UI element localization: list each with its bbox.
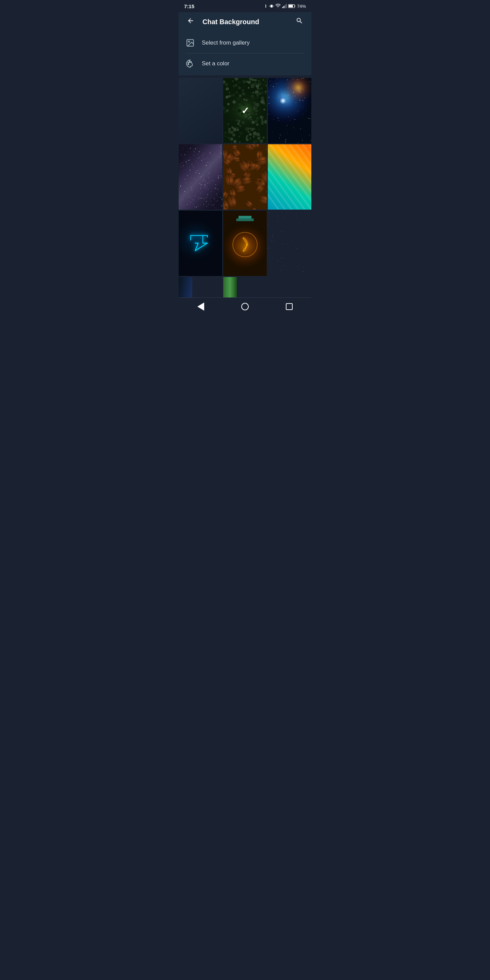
bluetooth-icon [263, 4, 268, 8]
svg-point-12 [191, 62, 192, 63]
gallery-section: ✓ [179, 75, 311, 298]
back-button[interactable] [184, 14, 197, 29]
svg-rect-6 [288, 5, 293, 7]
gallery-item-10[interactable] [179, 277, 192, 298]
menu-section: Select from gallery Set a color [179, 31, 311, 75]
set-a-color-item[interactable]: Set a color [179, 53, 311, 74]
gallery-item-9[interactable] [268, 211, 311, 276]
nav-recents-icon [286, 303, 293, 310]
nav-back-icon [197, 302, 204, 311]
svg-rect-1 [282, 7, 283, 8]
search-button[interactable] [293, 14, 306, 29]
svg-rect-2 [283, 6, 284, 8]
svg-point-10 [188, 63, 189, 64]
svg-rect-4 [286, 4, 286, 8]
palette-icon [185, 59, 195, 68]
gallery-item-11[interactable] [223, 277, 237, 298]
vibrate-icon [269, 4, 274, 8]
svg-point-11 [189, 62, 190, 63]
selected-checkmark: ✓ [239, 105, 251, 117]
status-bar: 7:15 74% [179, 0, 311, 12]
status-icons: 74% [263, 4, 306, 9]
app-bar-title: Chat Background [202, 18, 293, 26]
image-icon [185, 38, 195, 48]
app-bar: Chat Background [179, 12, 311, 31]
status-time: 7:15 [184, 3, 194, 9]
gallery-item-3[interactable] [268, 78, 311, 143]
nav-home-button[interactable] [237, 299, 253, 314]
svg-point-8 [189, 41, 189, 42]
gallery-label: Select from gallery [202, 40, 250, 46]
gallery-item-1[interactable] [179, 78, 222, 143]
color-label: Set a color [202, 60, 229, 67]
battery-icon [288, 4, 296, 8]
svg-rect-0 [270, 5, 272, 8]
gallery-item-5[interactable] [223, 144, 267, 210]
nav-back-button[interactable] [193, 298, 208, 315]
svg-point-9 [188, 64, 189, 65]
svg-rect-3 [285, 5, 285, 8]
gallery-item-6[interactable] [268, 144, 311, 210]
nav-bar [179, 298, 311, 315]
gallery-item-2[interactable]: ✓ [223, 78, 267, 143]
nav-home-icon [241, 303, 249, 310]
signal-icon [282, 4, 287, 8]
wifi-icon [275, 4, 281, 8]
battery-pct: 74% [297, 4, 306, 9]
gallery-item-8[interactable] [223, 211, 267, 276]
select-from-gallery-item[interactable]: Select from gallery [179, 33, 311, 53]
gallery-item-12[interactable] [268, 277, 282, 298]
gallery-item-7[interactable] [179, 211, 222, 276]
gallery-item-4[interactable] [179, 144, 222, 210]
gallery-grid: ✓ [179, 78, 311, 298]
nav-recents-button[interactable] [282, 299, 297, 314]
